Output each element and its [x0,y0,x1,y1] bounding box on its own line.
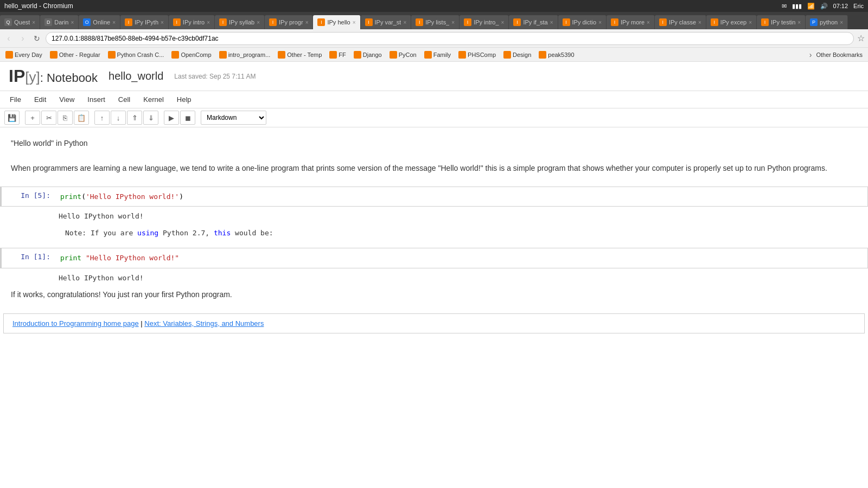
menu-cell[interactable]: Cell [113,93,136,106]
bookmark-family-label: Family [433,52,451,58]
tab-ipy-ipy[interactable]: I IPy IPyth × [120,15,169,29]
notebook-heading: "Hello world" in Python [11,137,857,149]
tab-ipy-label: IPy IPyth [135,19,158,25]
bookmark-opencomp-icon [171,51,179,59]
tab-ipy-lists[interactable]: I IPy lists_ × [411,15,459,29]
tab-quest[interactable]: Q Quest × [0,15,40,29]
menu-view[interactable]: View [54,93,80,106]
menu-edit[interactable]: Edit [29,93,52,106]
tab-ipy-test-close[interactable]: × [797,20,801,25]
volume-icon: 🔊 [820,3,828,10]
bookmark-star-icon[interactable]: ☆ [857,33,865,43]
bookmark-django[interactable]: Django [350,50,385,60]
tab-ipy-progr[interactable]: I IPy progr × [265,15,313,29]
bookmark-peak[interactable]: peak5390 [535,50,577,60]
tab-ipy-intro[interactable]: I IPy intro × [169,15,215,29]
bookmark-other-regular-icon [50,51,58,59]
tab-ipy-syllab-close[interactable]: × [257,20,260,25]
wifi-icon: 📶 [807,3,815,10]
tab-ipy-lists-label: IPy lists_ [425,19,449,25]
menu-kernel[interactable]: Kernel [138,93,169,106]
tab-ipy-test-label: IPy testin [771,19,795,25]
menu-file[interactable]: File [4,93,27,106]
tab-ipy-lists-close[interactable]: × [451,20,455,25]
tab-ipy-hello-close[interactable]: × [353,20,356,25]
move-down-button[interactable]: ↓ [111,111,126,125]
other-bookmarks-label[interactable]: Other Bookmarks [813,50,866,59]
tab-ipy-close[interactable]: × [161,20,164,25]
interrupt-button[interactable]: ◼ [180,111,195,125]
tab-ipy-more[interactable]: I IPy more × [607,15,655,29]
tab-darin[interactable]: D Darin × [40,15,79,29]
bookmark-other-temp[interactable]: Other - Temp [275,50,325,60]
bookmark-pycon[interactable]: PyCon [386,50,420,60]
link-home[interactable]: Introduction to Programming home page [12,319,139,328]
tab-ipy-dict[interactable]: I IPy dictio × [558,15,607,29]
forward-button[interactable]: › [17,33,28,44]
link-next[interactable]: Next: Variables, Strings, and Numbers [144,319,264,328]
code-cell-1[interactable]: In [5]: print('Hello IPython world!') [0,187,868,207]
cell-type-select[interactable]: Markdown Code Raw NBConvert Heading [201,111,266,125]
bookmark-family[interactable]: Family [421,50,454,60]
move-bottom-button[interactable]: ⇓ [143,111,158,125]
tab-ipy-class-close[interactable]: × [698,20,701,25]
tab-online[interactable]: O Online × [79,15,120,29]
tab-ipy-progr-close[interactable]: × [305,20,309,25]
tab-ipy-exc[interactable]: I IPy excep × [706,15,757,29]
reload-button[interactable]: ↻ [31,33,42,44]
tab-python-close[interactable]: × [840,20,843,25]
bookmark-phscomp-icon [458,51,466,59]
tab-ipy-dict-close[interactable]: × [598,20,602,25]
run-button[interactable]: ▶ [164,111,179,125]
cell-2-body[interactable]: print "Hello IPython world!" [56,248,867,268]
tab-ipy-more-close[interactable]: × [647,20,650,25]
bookmark-other-temp-icon [278,51,285,59]
tab-ipy-var[interactable]: I IPy var_st × [361,15,412,29]
tab-ipy-progr-favicon: I [269,18,277,26]
move-up-button[interactable]: ↑ [94,111,110,125]
tab-ipy-var-close[interactable]: × [403,20,406,25]
print-keyword-2: print [60,254,81,262]
tab-quest-close[interactable]: × [32,20,35,25]
bookmark-ff[interactable]: FF [326,50,349,60]
tab-ipy-class[interactable]: I IPy classe × [655,15,706,29]
bookmark-everyday[interactable]: Every Day [2,50,46,60]
menu-help[interactable]: Help [171,93,197,106]
cell-1-body[interactable]: print('Hello IPython world!') [56,187,867,207]
tab-ipy-progr-label: IPy progr [279,19,303,25]
bookmark-design[interactable]: Design [500,50,534,60]
tab-ipy-test[interactable]: I IPy testin × [757,15,806,29]
tab-ipy-if-label: IPy if_sta [523,19,547,25]
bookmark-phscomp[interactable]: PHSComp [455,50,499,60]
code-cell-2[interactable]: In [1]: print "Hello IPython world!" [0,248,868,268]
copy-cell-button[interactable]: ⎘ [58,111,73,125]
tab-ipy-hello[interactable]: I IPy hello × [313,15,360,29]
note-prefix: Note: If you are [65,229,137,237]
tab-ipy-intro2[interactable]: I IPy intro_ × [459,15,509,29]
bookmark-opencomp[interactable]: OpenComp [168,50,214,60]
tab-ipy-intro2-label: IPy intro_ [474,19,499,25]
paste-cell-button[interactable]: 📋 [74,111,89,125]
string-literal-1: 'Hello IPython world!' [86,192,179,201]
tab-ipy-if-close[interactable]: × [550,20,553,25]
tab-ipy-syllab[interactable]: I IPy syllab × [215,15,265,29]
tab-ipy-intro-close[interactable]: × [207,20,210,25]
tab-ipy-exc-close[interactable]: × [749,20,752,25]
bookmark-intro[interactable]: intro_program... [216,50,274,60]
address-input[interactable] [46,32,854,45]
tab-ipy-intro2-close[interactable]: × [501,20,505,25]
tab-python[interactable]: P python × [806,15,848,29]
tab-ipy-if[interactable]: I IPy if_sta × [509,15,558,29]
save-button[interactable]: 💾 [4,111,20,125]
bookmark-other-regular[interactable]: Other - Regular [47,50,104,60]
tab-bar: Q Quest × D Darin × O Online × I IPy IPy… [0,12,868,29]
add-cell-button[interactable]: + [25,111,40,125]
move-top-button[interactable]: ⇑ [127,111,142,125]
bookmark-python-crash[interactable]: Python Crash C... [105,50,168,60]
back-button[interactable]: ‹ [3,33,14,44]
tab-online-close[interactable]: × [112,20,116,25]
cut-cell-button[interactable]: ✂ [41,111,56,125]
tab-darin-close[interactable]: × [71,20,74,25]
bookmarks-chevron[interactable]: › [809,50,812,59]
menu-insert[interactable]: Insert [82,93,111,106]
